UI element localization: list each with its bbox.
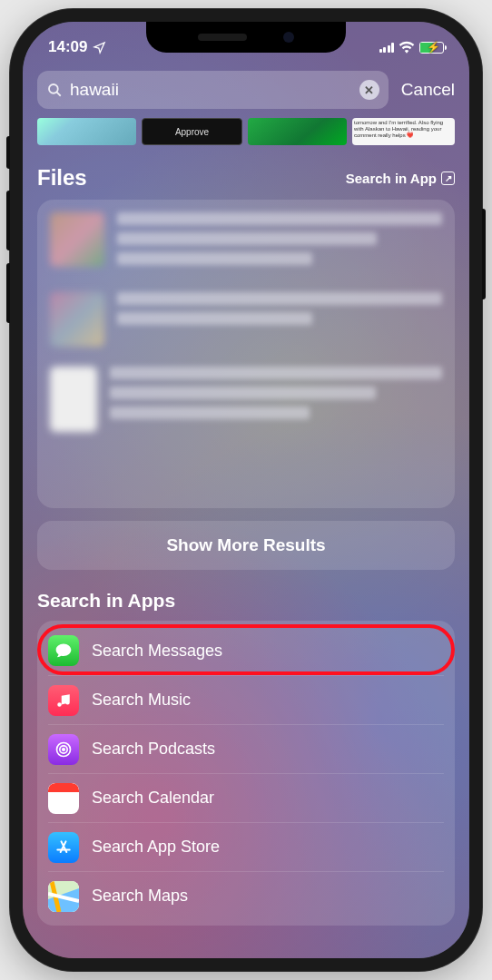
file-thumbnail [50, 367, 97, 432]
location-icon [93, 41, 106, 54]
battery-icon: ⚡ [419, 42, 444, 54]
search-icon [46, 82, 63, 98]
file-row[interactable] [50, 292, 442, 347]
app-label: Search Maps [92, 887, 188, 906]
cellular-icon [379, 42, 395, 53]
search-field[interactable]: ✕ [37, 71, 389, 109]
app-row-music[interactable]: Search Music [48, 675, 444, 724]
result-text-thumb[interactable]: tomorrow and I'm terrified. Also flying … [352, 118, 455, 145]
result-photo-thumb[interactable] [248, 118, 347, 145]
svg-point-0 [49, 84, 58, 93]
show-more-label: Show More Results [166, 535, 325, 555]
file-row[interactable] [50, 367, 442, 432]
status-time: 14:09 [48, 38, 87, 56]
app-row-appstore[interactable]: Search App Store [48, 822, 444, 871]
result-approve-thumb[interactable]: Approve [142, 118, 242, 145]
search-in-apps-card: Search Messages Search Music Search Podc… [37, 621, 455, 926]
app-label: Search Messages [92, 642, 222, 661]
music-icon [48, 685, 79, 716]
screen: 14:09 ⚡ ✕ Cancel Approve [23, 22, 469, 958]
result-map-thumb[interactable] [37, 118, 136, 145]
files-card [37, 200, 455, 508]
svg-line-1 [57, 93, 61, 96]
show-more-button[interactable]: Show More Results [37, 521, 455, 570]
result-strip: Approve tomorrow and I'm terrified. Also… [37, 118, 455, 145]
app-row-maps[interactable]: Search Maps [48, 871, 444, 920]
svg-point-4 [63, 748, 65, 750]
appstore-icon [48, 832, 79, 863]
search-in-app-button[interactable]: Search in App ↗ [346, 171, 455, 186]
app-label: Search Calendar [92, 789, 214, 808]
maps-icon [48, 881, 79, 912]
calendar-icon [48, 783, 79, 814]
podcasts-icon [48, 734, 79, 765]
search-in-apps-title: Search in Apps [37, 590, 455, 612]
messages-icon [48, 635, 79, 666]
clear-button[interactable]: ✕ [359, 80, 379, 100]
wifi-icon [399, 41, 415, 54]
file-row[interactable] [50, 212, 442, 272]
phone-frame: 14:09 ⚡ ✕ Cancel Approve [10, 9, 482, 971]
search-input[interactable] [70, 80, 352, 100]
app-label: Search Music [92, 691, 191, 710]
file-thumbnail [50, 212, 104, 267]
app-label: Search App Store [92, 838, 220, 857]
cancel-button[interactable]: Cancel [401, 80, 455, 100]
external-link-icon: ↗ [441, 172, 455, 185]
notch [146, 22, 346, 53]
app-row-podcasts[interactable]: Search Podcasts [48, 724, 444, 773]
files-section-title: Files [37, 165, 87, 191]
search-in-app-label: Search in App [346, 171, 437, 186]
app-row-calendar[interactable]: Search Calendar [48, 773, 444, 822]
app-label: Search Podcasts [92, 740, 215, 759]
file-thumbnail [50, 292, 104, 347]
app-row-messages[interactable]: Search Messages [48, 626, 444, 675]
